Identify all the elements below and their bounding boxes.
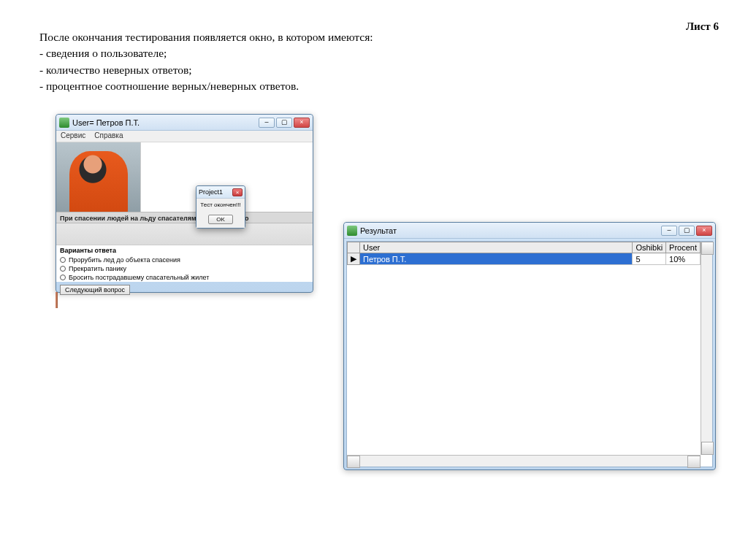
col-errors[interactable]: Oshibki	[633, 242, 666, 253]
window-title: User= Петров П.Т.	[72, 118, 259, 127]
titlebar[interactable]: User= Петров П.Т. – ▢ ×	[56, 115, 313, 131]
radio-icon[interactable]	[60, 266, 66, 272]
answer-option-3[interactable]: Бросить пострадавшему спасательный жилет	[56, 273, 313, 282]
photo-area	[56, 142, 313, 212]
row-pointer-icon: ▶	[348, 253, 360, 265]
test-app-window: User= Петров П.Т. – ▢ × Сервис Справка П…	[56, 114, 313, 293]
radio-icon[interactable]	[60, 275, 66, 280]
dialog-body: Тест окончен!!! OK	[196, 198, 245, 228]
menu-service[interactable]: Сервис	[61, 131, 85, 141]
dialog-message: Тест окончен!!!	[199, 202, 243, 208]
cell-user[interactable]: Петров П.Т.	[360, 253, 633, 265]
bullet-1: - сведения о пользователе;	[39, 45, 373, 61]
bullet-3: - процентное соотношение верных/неверных…	[39, 78, 373, 94]
test-finished-dialog: Project1 × Тест окончен!!! OK	[196, 185, 245, 229]
grid-header-row: User Oshibki Procent	[348, 242, 701, 253]
answer-2-label: Прекратить панику	[69, 265, 126, 272]
rescuer-figure	[69, 151, 128, 212]
result-client-area: User Oshibki Procent ▶ Петров П.Т. 5 10%	[346, 241, 713, 467]
close-button[interactable]: ×	[696, 226, 712, 236]
row-indicator-header	[348, 242, 360, 253]
question-text: При спасении людей на льду спасателям пе…	[56, 212, 313, 223]
question-image	[56, 142, 140, 212]
dialog-ok-button[interactable]: OK	[208, 215, 233, 224]
spacer	[56, 223, 313, 245]
intro-line: После окончания тестирования появляется …	[39, 29, 373, 45]
app-icon	[347, 226, 357, 236]
cell-errors[interactable]: 5	[633, 253, 666, 265]
grid-row[interactable]: ▶ Петров П.Т. 5 10%	[348, 253, 701, 265]
menubar: Сервис Справка	[56, 131, 313, 142]
close-button[interactable]: ×	[294, 118, 310, 128]
maximize-button[interactable]: ▢	[679, 226, 695, 236]
cropped-edge	[56, 292, 58, 308]
cell-percent[interactable]: 10%	[666, 253, 701, 265]
window-title: Результат	[360, 226, 661, 235]
answer-option-1[interactable]: Прорубить лед до объекта спасения	[56, 256, 313, 264]
description-block: После окончания тестирования появляется …	[39, 29, 373, 95]
titlebar[interactable]: Результат – ▢ ×	[344, 223, 715, 239]
maximize-button[interactable]: ▢	[276, 118, 292, 128]
col-user[interactable]: User	[360, 242, 633, 253]
dialog-titlebar[interactable]: Project1 ×	[196, 186, 245, 198]
col-percent[interactable]: Procent	[666, 242, 701, 253]
menu-help[interactable]: Справка	[94, 131, 123, 141]
sheet-label: Лист 6	[686, 20, 719, 33]
grid-wrap: User Oshibki Procent ▶ Петров П.Т. 5 10%	[347, 242, 701, 455]
minimize-button[interactable]: –	[661, 226, 677, 236]
vertical-scrollbar[interactable]	[701, 242, 712, 455]
dialog-title: Project1	[199, 188, 232, 196]
answer-3-label: Бросить пострадавшему спасательный жилет	[69, 274, 209, 281]
result-window: Результат – ▢ × User Oshibki Procent ▶ П…	[343, 222, 716, 470]
horizontal-scrollbar[interactable]	[347, 455, 701, 467]
app-icon	[59, 118, 69, 128]
answers-header: Варианты ответа	[56, 245, 313, 256]
results-grid[interactable]: User Oshibki Procent ▶ Петров П.Т. 5 10%	[347, 242, 701, 265]
answer-option-2[interactable]: Прекратить панику	[56, 264, 313, 273]
radio-icon[interactable]	[60, 257, 66, 263]
next-question-button[interactable]: Следующий вопрос	[60, 285, 130, 295]
bullet-2: - количество неверных ответов;	[39, 62, 373, 78]
dialog-close-button[interactable]: ×	[232, 188, 243, 196]
answer-1-label: Прорубить лед до объекта спасения	[69, 256, 180, 264]
minimize-button[interactable]: –	[259, 118, 275, 128]
